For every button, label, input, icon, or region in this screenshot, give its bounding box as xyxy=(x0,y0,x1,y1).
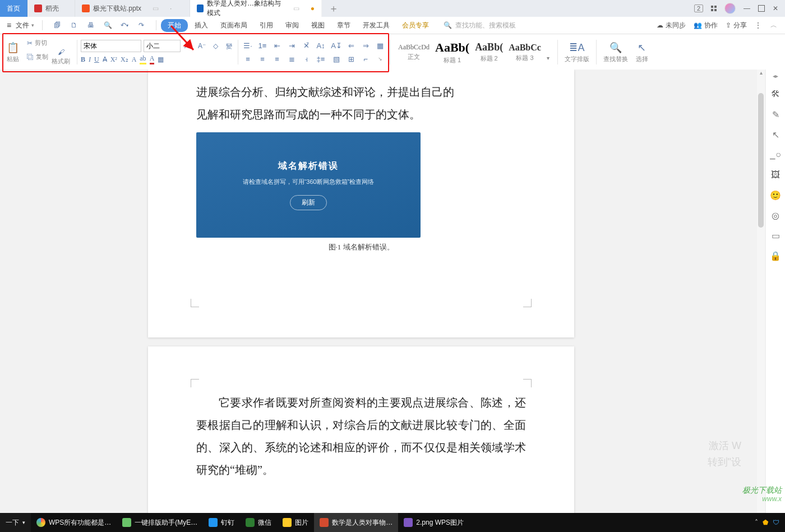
clip-icon[interactable]: 🖼 xyxy=(770,170,781,180)
align-left-icon[interactable]: ≡ xyxy=(242,53,254,64)
face-icon[interactable]: 🙂 xyxy=(770,190,781,200)
rocket-icon[interactable]: 🛠 xyxy=(770,89,781,99)
select-button[interactable]: ↖ 选择 xyxy=(632,41,652,63)
collapse-ribbon-icon[interactable]: ︿ xyxy=(770,21,777,30)
taskbar-app-dingtalk[interactable]: 钉钉 xyxy=(203,513,240,532)
tabs-icon[interactable]: ⊞ xyxy=(345,53,357,64)
document-canvas[interactable]: 进展综合分析、归纳文献综述和评论，并提出自己的 见解和研究思路而写成的一种不同于… xyxy=(0,70,766,532)
char-shading-button[interactable]: ▦ xyxy=(158,55,164,64)
increase-indent-icon[interactable]: ⇥ xyxy=(285,40,298,51)
bold-button[interactable]: B xyxy=(81,55,85,64)
format-painter-button[interactable]: 🖌 格式刷 xyxy=(52,48,70,66)
maintab-review[interactable]: 审阅 xyxy=(280,19,304,32)
tray-expand-icon[interactable]: ˄ xyxy=(755,519,758,526)
increase-font-icon[interactable]: A⁺ xyxy=(183,40,194,52)
text-effects-button[interactable]: A xyxy=(132,55,137,64)
file-menu-button[interactable]: 文件 ▾ xyxy=(3,21,38,30)
italic-button[interactable]: I xyxy=(89,55,91,64)
share-button[interactable]: ⇪ 分享 xyxy=(726,21,747,30)
style-heading1[interactable]: AaBb( 标题 1 xyxy=(435,40,469,64)
text-direction-icon[interactable]: A↧ xyxy=(330,40,343,51)
collab-button[interactable]: 👥 协作 xyxy=(694,21,718,30)
copy-button[interactable]: ⿻ 复制 xyxy=(27,53,48,61)
qa-preview-icon[interactable]: 🔍 xyxy=(102,20,113,31)
maintab-start[interactable]: 开始 xyxy=(161,19,188,32)
window-close-icon[interactable]: ✕ xyxy=(773,4,778,12)
maintab-chapter[interactable]: 章节 xyxy=(331,19,356,32)
taskbar-app-pictures[interactable]: 图片 xyxy=(277,513,314,532)
maintab-insert[interactable]: 插入 xyxy=(189,19,214,32)
shading-icon[interactable]: ▧ xyxy=(330,53,343,64)
pencil-icon[interactable]: ✎ xyxy=(770,109,781,119)
taskbar-app-wps[interactable]: WPS所有功能都是… xyxy=(31,513,117,532)
sync-status[interactable]: ☁ 未同步 xyxy=(657,21,686,30)
taskbar-app-wechat[interactable]: 微信 xyxy=(240,513,277,532)
ribbon-paste[interactable]: 📋 粘贴 xyxy=(3,41,22,63)
qa-print-icon[interactable]: 🖶 xyxy=(85,20,96,31)
scroll-up-icon[interactable]: ▴ xyxy=(757,70,765,77)
tab-ppt-close-icon[interactable]: · xyxy=(170,4,172,12)
maintab-dev[interactable]: 开发工具 xyxy=(357,19,395,32)
vertical-scrollbar[interactable]: ▴ ▾ xyxy=(757,70,765,532)
clear-format-icon[interactable]: ◇ xyxy=(210,40,221,52)
subscript-button[interactable]: X₂ xyxy=(121,55,128,64)
pointer-icon[interactable]: ↖ xyxy=(770,129,781,140)
system-tray[interactable]: ˄ ⬟ 🛡 xyxy=(749,519,785,526)
line-spacing-icon[interactable]: ‡≡ xyxy=(315,53,327,64)
scroll-thumb[interactable] xyxy=(758,93,764,228)
tab-doc-menu-icon[interactable]: ▭ xyxy=(293,4,299,12)
tab-ppt-file[interactable]: 极光下载站.pptx ▭ · xyxy=(75,0,190,17)
highlight-button[interactable]: ab xyxy=(140,54,146,64)
tab-home[interactable]: 首页 xyxy=(0,0,27,17)
para-dialog-icon[interactable]: ↘ xyxy=(374,53,386,64)
tray-shield-icon[interactable]: ⬟ xyxy=(763,519,768,526)
taskbar-app-typeset[interactable]: 一键排版助手(MyE… xyxy=(117,513,203,532)
indent-left-icon[interactable]: ⇐ xyxy=(345,40,357,51)
find-replace-button[interactable]: 🔍 查找替换 xyxy=(600,41,631,63)
search-box[interactable]: 🔍 查找功能、搜索模板 xyxy=(437,21,523,30)
align-justify-icon[interactable]: ≣ xyxy=(285,53,298,64)
lock-icon[interactable]: 🔒 xyxy=(770,251,781,261)
style-heading3[interactable]: AaBbCc 标题 3 xyxy=(509,43,541,62)
maintab-layout[interactable]: 页面布局 xyxy=(215,19,253,32)
slider-icon[interactable]: ⎯○ xyxy=(770,150,781,160)
compass-icon[interactable]: ◎ xyxy=(770,210,781,220)
align-right-icon[interactable]: ≡ xyxy=(271,53,283,64)
decrease-indent-icon[interactable]: ⇤ xyxy=(271,40,283,51)
user-avatar[interactable] xyxy=(724,3,736,14)
maintab-vip[interactable]: 会员专享 xyxy=(396,19,435,32)
more-menu-icon[interactable]: ⋮ xyxy=(755,21,763,29)
text-layout-button[interactable]: ≣A 文字排版 xyxy=(561,41,593,63)
numbering-icon[interactable]: 1≡ xyxy=(256,40,269,51)
styles-expand-icon[interactable]: ▾ xyxy=(547,55,550,64)
apps-grid-icon[interactable] xyxy=(711,6,717,11)
taskbar-app-wpspic[interactable]: 2.png WPS图片 xyxy=(398,513,469,532)
maintab-view[interactable]: 视图 xyxy=(306,19,330,32)
taskbar-start[interactable]: 一下 ▾ xyxy=(0,513,31,532)
decrease-font-icon[interactable]: A⁻ xyxy=(196,40,207,52)
maintab-ref[interactable]: 引用 xyxy=(254,19,279,32)
underline-button[interactable]: U xyxy=(94,55,99,64)
borders-icon[interactable]: ▦ xyxy=(374,40,386,51)
badge-count[interactable]: 2 xyxy=(694,4,703,12)
window-minimize-icon[interactable]: — xyxy=(744,4,750,12)
style-heading2[interactable]: AaBb( 标题 2 xyxy=(475,41,503,63)
superscript-button[interactable]: X² xyxy=(110,55,117,64)
qa-undo-icon[interactable]: ↶▾ xyxy=(119,20,130,31)
strike-button[interactable]: A̶ xyxy=(103,55,107,64)
distribute-icon[interactable]: ⫞ xyxy=(300,53,312,64)
new-tab-button[interactable]: ＋ xyxy=(322,0,345,17)
rside-expand-icon[interactable]: ◂▸ xyxy=(773,73,778,79)
font-color-button[interactable]: A xyxy=(150,54,155,64)
book-icon[interactable]: ▭ xyxy=(770,230,781,240)
bullets-icon[interactable]: ☰· xyxy=(242,40,254,51)
phonetic-guide-icon[interactable]: 變 xyxy=(223,40,234,52)
cut-button[interactable]: ✂ 剪切 xyxy=(27,39,47,47)
tab-doc-file[interactable]: 数学是人类对…象结构与模式 ▭ ● xyxy=(190,0,322,17)
qa-save-icon[interactable]: 🗐 xyxy=(52,20,63,31)
qa-export-icon[interactable]: 🗋 xyxy=(68,20,80,31)
show-marks-icon[interactable]: A↕ xyxy=(315,40,327,51)
font-size-input[interactable] xyxy=(144,40,181,52)
tab-daoke[interactable]: 稻壳 xyxy=(27,0,75,17)
indent-right-icon[interactable]: ⇒ xyxy=(359,40,372,51)
